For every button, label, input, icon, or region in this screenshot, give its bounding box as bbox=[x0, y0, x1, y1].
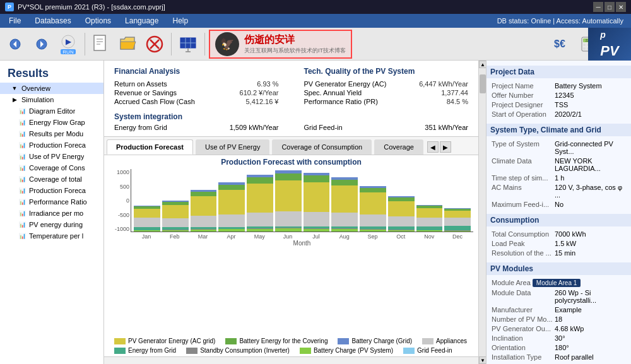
tab-prev-button[interactable]: ◀ bbox=[427, 141, 439, 153]
rp-module-badge[interactable]: Module Area 1 bbox=[533, 279, 581, 287]
tree-label-13: Temperature per l bbox=[29, 232, 83, 240]
tree-icon-6: 📊 bbox=[18, 152, 27, 161]
bar-group-1 bbox=[162, 169, 189, 232]
bar-neg-3-11 bbox=[444, 231, 471, 232]
sidebar-item-10[interactable]: 📊Performance Ratio bbox=[0, 196, 103, 208]
new-button[interactable] bbox=[89, 30, 114, 58]
rp-module-area: Module Area Module Area 1 bbox=[492, 279, 626, 286]
legend-item-2: Battery Charge (Grid) bbox=[338, 338, 412, 344]
window-controls[interactable]: ─ □ ✕ bbox=[593, 2, 626, 12]
bar-neg-3-0 bbox=[134, 230, 160, 232]
legend-color-3 bbox=[422, 338, 433, 344]
y-label-neg1000: -1000 bbox=[109, 226, 129, 232]
rp-project-rows-row-1: Offer Number12345 bbox=[492, 91, 626, 99]
tech-quality-col: Tech. Quality of the PV System PV Genera… bbox=[304, 67, 469, 106]
x-label-2: Mar bbox=[190, 233, 216, 240]
legend-item-7: Grid Feed-in bbox=[403, 347, 452, 354]
x-label-1: Feb bbox=[162, 233, 188, 240]
tab-next-button[interactable]: ▶ bbox=[440, 141, 451, 153]
svg-rect-24 bbox=[583, 44, 586, 46]
open-button[interactable] bbox=[115, 30, 141, 58]
sidebar-item-9[interactable]: 📊Production Foreca bbox=[0, 185, 103, 196]
forward-button[interactable] bbox=[29, 30, 54, 58]
vertical-scrollbar[interactable]: ▲ ▼ bbox=[478, 61, 486, 364]
rp-pv-rows-row-2: Number of PV Mo...18 bbox=[492, 315, 626, 323]
sidebar-item-2[interactable]: 📊Diagram Editor bbox=[0, 105, 103, 117]
x-label-0: Jan bbox=[133, 233, 160, 240]
rp-pv-rows-value-4: 30° bbox=[555, 334, 626, 342]
financial-analysis-col: Financial Analysis Return on Assets 6.93… bbox=[114, 67, 279, 106]
rp-pv-rows-value-6: Roof parallel bbox=[555, 353, 626, 361]
bar-group-7 bbox=[331, 169, 358, 232]
tab-0[interactable]: Production Forecast bbox=[107, 139, 193, 155]
x-title: Month bbox=[131, 240, 473, 247]
bar-neg-0-4 bbox=[247, 213, 273, 227]
currency-button[interactable]: $€ bbox=[544, 30, 575, 58]
solar-button[interactable] bbox=[175, 30, 201, 58]
sidebar-item-7[interactable]: 📊Coverage of Cons bbox=[0, 162, 103, 173]
cancel-button[interactable] bbox=[142, 30, 167, 58]
bar-pos-0-3 bbox=[218, 190, 245, 214]
legend-color-4 bbox=[114, 348, 126, 354]
rp-system-rows-row-3: AC Mains120 V, 3-phase, cos φ ... bbox=[492, 184, 626, 199]
neg-stack-1 bbox=[162, 218, 189, 232]
pos-stack-2 bbox=[191, 190, 217, 216]
tree-label-3: Energy Flow Grap bbox=[29, 119, 85, 126]
x-label-6: Jul bbox=[303, 233, 329, 240]
menu-databases[interactable]: Databases bbox=[28, 15, 77, 26]
run-button[interactable]: ▶ RUN bbox=[56, 30, 81, 58]
tech-row-1: PV Generator Energy (AC) 6,447 kWh/Year bbox=[304, 79, 469, 88]
main-area: Results ▼Overview▶Simulation📊Diagram Edi… bbox=[0, 61, 631, 364]
bar-group-3 bbox=[218, 169, 245, 232]
sidebar-item-5[interactable]: 📊Production Foreca bbox=[0, 139, 103, 151]
neg-stack-4 bbox=[247, 213, 273, 232]
rp-project-rows-label-2: Project Designer bbox=[492, 101, 555, 109]
tab-2[interactable]: Coverage of Consumption bbox=[272, 139, 372, 155]
watermark-text-area: 伤逝的安详 关注互联网与系统软件技术的IT技术博客 bbox=[244, 33, 346, 55]
minimize-button[interactable]: ─ bbox=[593, 2, 603, 12]
scroll-thumb[interactable] bbox=[480, 74, 486, 93]
menu-file[interactable]: File bbox=[3, 15, 27, 26]
sidebar-item-4[interactable]: 📊Results per Modu bbox=[0, 128, 103, 139]
tab-3[interactable]: Coverage bbox=[374, 139, 423, 155]
rp-project-rows-value-1: 12345 bbox=[555, 91, 626, 99]
menu-options[interactable]: Options bbox=[79, 15, 117, 26]
back-button[interactable] bbox=[3, 30, 28, 58]
rp-module-area-label: Module Area bbox=[492, 279, 533, 286]
sidebar-item-12[interactable]: 📊PV energy during bbox=[0, 219, 103, 230]
menu-help[interactable]: Help bbox=[166, 15, 194, 26]
x-label-3: Apr bbox=[218, 233, 244, 240]
rp-system-title: System Type, Climate and Grid bbox=[487, 124, 631, 136]
chart-with-axis: 1000 500 0 -500 -1000 JanFebMarAprMayJun… bbox=[109, 169, 473, 247]
tree-icon-11: 📊 bbox=[18, 209, 27, 218]
sidebar-item-1[interactable]: ▶Simulation bbox=[0, 94, 103, 105]
chart-bars bbox=[131, 169, 473, 232]
run-icon: ▶ RUN bbox=[58, 33, 78, 56]
bar-pos-0-10 bbox=[416, 208, 443, 218]
watermark-area: 🦅 伤逝的安详 关注互联网与系统软件技术的IT技术博客 bbox=[209, 30, 352, 59]
legend-item-0: PV Generator Energy (AC grid) bbox=[114, 338, 215, 344]
menu-language[interactable]: Language bbox=[119, 15, 165, 26]
sidebar-item-8[interactable]: 📊Coverage of total bbox=[0, 173, 103, 185]
sidebar-item-11[interactable]: 📊Irradiance per mo bbox=[0, 208, 103, 219]
tab-1[interactable]: Use of PV Energy bbox=[196, 139, 269, 155]
sidebar-item-6[interactable]: 📊Use of PV Energy bbox=[0, 151, 103, 162]
rp-project-rows-label-3: Start of Operation bbox=[492, 110, 555, 118]
bar-neg-0-10 bbox=[416, 218, 443, 226]
horizontal-scrollbar[interactable] bbox=[104, 356, 478, 364]
sidebar-item-3[interactable]: 📊Energy Flow Grap bbox=[0, 117, 103, 128]
tabs-list: Production ForecastUse of PV EnergyCover… bbox=[107, 139, 425, 155]
tree-label-5: Production Foreca bbox=[29, 141, 86, 149]
chart-section: Production Forecast with consumption 100… bbox=[104, 155, 478, 335]
sidebar-item-13[interactable]: 📊Temperature per l bbox=[0, 230, 103, 242]
fin-label-2: Revenue or Savings bbox=[114, 89, 177, 97]
x-label-5: Jun bbox=[274, 233, 301, 240]
y-axis: 1000 500 0 -500 -1000 bbox=[109, 169, 131, 232]
sidebar-item-0[interactable]: ▼Overview bbox=[0, 83, 103, 94]
close-button[interactable]: ✕ bbox=[616, 2, 626, 12]
tree-label-1: Simulation bbox=[21, 96, 54, 103]
neg-stack-9 bbox=[388, 216, 415, 232]
bar-group-2 bbox=[191, 169, 217, 232]
maximize-button[interactable]: □ bbox=[604, 2, 615, 12]
bar-group-8 bbox=[360, 169, 386, 232]
